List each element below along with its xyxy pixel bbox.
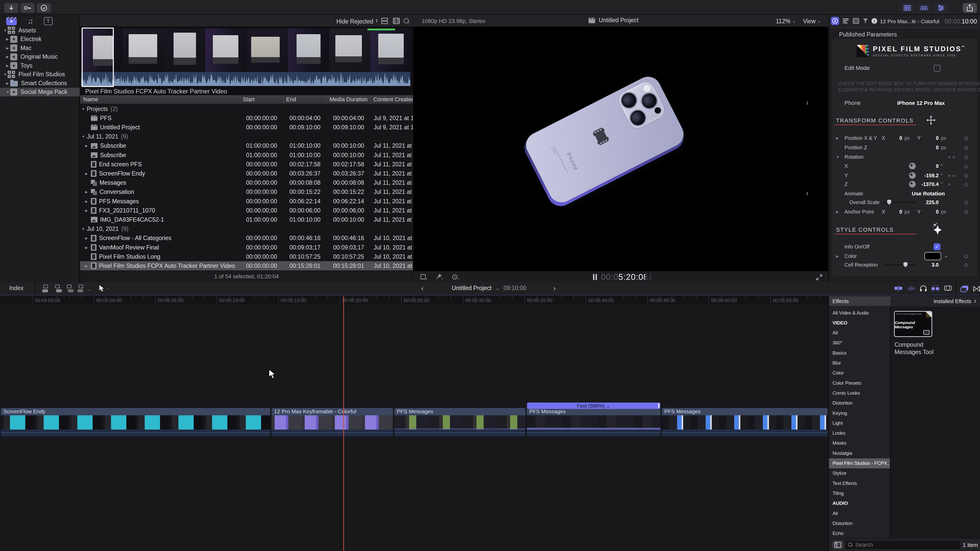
position-x-value[interactable]: 0: [887, 135, 902, 141]
disclosure-right[interactable]: ▶: [85, 144, 90, 148]
table-row[interactable]: End screen PFS00:00:00:0000:02:17:5800:0…: [80, 160, 413, 169]
col-name[interactable]: Name: [80, 96, 240, 103]
effects-category-all[interactable]: All: [829, 508, 890, 518]
effects-category-color[interactable]: Color: [829, 368, 890, 378]
rotation-x-dial[interactable]: [909, 163, 916, 169]
cell-reception-value[interactable]: 3.0: [916, 262, 939, 268]
effects-category-all-video-audio[interactable]: All Video & Audio: [829, 308, 890, 318]
append-edit-icon[interactable]: [66, 284, 75, 293]
edit-chevron[interactable]: [88, 288, 91, 292]
pause-icon[interactable]: [593, 274, 597, 280]
sidebar-item-toys[interactable]: ▶★Toys: [0, 61, 80, 70]
table-row[interactable]: ▶Subscribe01:00:00:0001:00:10:0000:00:10…: [80, 141, 413, 151]
connect-edit-icon[interactable]: [42, 284, 52, 293]
col-start[interactable]: Start: [240, 95, 283, 104]
filmstrip-view-icon[interactable]: [393, 18, 400, 25]
download-button[interactable]: [4, 3, 18, 13]
disclosure-down[interactable]: ▼: [6, 90, 10, 94]
effects-category-masks[interactable]: Masks: [829, 438, 890, 448]
effects-category-light[interactable]: Light: [829, 418, 890, 428]
timeline-clip[interactable]: ScreenFlow Endy: [0, 408, 270, 437]
timeline-panel-button[interactable]: [917, 3, 931, 13]
rotation-x-value[interactable]: 0: [916, 163, 939, 169]
solo-filmstrip-icon[interactable]: [944, 285, 951, 293]
inspector-panel-button[interactable]: [934, 3, 948, 13]
col-created[interactable]: Content Created: [371, 95, 413, 104]
keyframe-diamond[interactable]: ◇: [964, 163, 968, 169]
share-button[interactable]: [963, 3, 977, 13]
key-button[interactable]: [21, 3, 35, 13]
table-row[interactable]: ▶ScreenFlow Endy00:00:00:0000:03:26:3700…: [80, 169, 413, 178]
disclosure-right[interactable]: ▶: [6, 46, 10, 50]
prev-project[interactable]: ‹: [421, 284, 423, 292]
color-swatch[interactable]: [924, 252, 941, 260]
effects-category-basics[interactable]: Basics: [829, 348, 890, 358]
disclosure-down[interactable]: ▼: [82, 135, 87, 138]
effects-category-nostalgia[interactable]: Nostalgia: [829, 448, 890, 458]
fullscreen-icon[interactable]: [816, 274, 823, 282]
table-row[interactable]: IMG_DA93FE4CAC52-101:00:00:0001:00:10:00…: [80, 215, 413, 224]
effects-category-comic-looks[interactable]: Comic Looks: [829, 388, 890, 398]
installed-effects-dropdown[interactable]: Installed Effects: [934, 298, 977, 304]
table-row[interactable]: ▶ScreenFlow - All Categories00:00:00:000…: [80, 233, 413, 243]
disclosure-down[interactable]: ▼: [3, 29, 8, 32]
keyframe-diamond[interactable]: ◇: [964, 253, 968, 259]
disclosure-right[interactable]: ▶: [85, 209, 90, 213]
effects-category-all[interactable]: All: [829, 328, 890, 338]
effects-category-distortion[interactable]: Distortion: [829, 398, 890, 408]
audio-meters-icon[interactable]: [907, 285, 915, 293]
keyframe-nav[interactable]: «: [948, 181, 951, 187]
rotation-z-dial[interactable]: [909, 181, 916, 187]
table-row[interactable]: PFS00:00:00:0000:00:04:0000:00:04:00Jul …: [80, 114, 413, 123]
rotation-z-value[interactable]: -1370.4: [916, 181, 939, 187]
info-onoff-checkbox[interactable]: ✓: [934, 243, 940, 250]
sidebar-toggle-button[interactable]: [832, 540, 843, 549]
playhead[interactable]: [343, 296, 344, 551]
table-row[interactable]: ▶VamMoof Review Final00:00:00;0000:09:03…: [80, 243, 413, 252]
browser-panel-button[interactable]: [900, 3, 915, 13]
effects-category-text-effects[interactable]: Text Effects: [829, 478, 890, 488]
speed-bar[interactable]: Fast (588%) ⌄: [527, 403, 660, 409]
keyframe-diamond[interactable]: ◇: [964, 172, 968, 179]
skimming-icon[interactable]: [931, 285, 940, 293]
table-row[interactable]: Subscribe01:00:00:0001:00:10:0000:00:10:…: [80, 151, 413, 160]
effects-tool[interactable]: [435, 274, 443, 281]
disclosure-right[interactable]: ▶: [85, 264, 90, 268]
table-row[interactable]: ▶FX3_20210711_107000:00:00;0000:00:06;00…: [80, 206, 413, 215]
sidebar-item-electrek[interactable]: ▶★Electrek: [0, 35, 80, 44]
disclosure-down[interactable]: ▼: [82, 227, 87, 231]
sidebar-item-pixel-film-studios[interactable]: ▼★★★★Pixel Film Studios: [0, 70, 80, 79]
disclosure-right[interactable]: ▶: [85, 236, 90, 240]
table-row[interactable]: ▶Pixel Film Studios FCPX Auto Tracker Pa…: [80, 261, 413, 270]
effects-category-echo[interactable]: Echo: [829, 529, 890, 538]
effect-thumbnail[interactable]: FCPX Social Mega Pack Compound Messages: [894, 311, 932, 337]
effects-category-stylize[interactable]: Stylize: [829, 468, 890, 478]
disclosure-right[interactable]: ▶: [85, 246, 90, 249]
select-tool[interactable]: [99, 285, 110, 293]
disclosure-right[interactable]: ▶: [85, 200, 90, 203]
timeline-clip[interactable]: PFS Messages: [662, 408, 828, 437]
text-inspector-icon[interactable]: [843, 18, 849, 25]
overall-scale-slider[interactable]: [883, 202, 916, 203]
table-row[interactable]: ▶Conversation00:00:00:0000:00:15:2200:00…: [80, 187, 413, 197]
effects-category-video[interactable]: VIDEO: [829, 318, 890, 328]
effects-category-blur[interactable]: Blur: [829, 358, 890, 368]
group-row[interactable]: ▼Jul 11, 2021(9): [80, 132, 413, 141]
music-tab-icon[interactable]: ♫: [24, 17, 36, 25]
group-row[interactable]: ▼Jul 10, 2021(9): [80, 224, 413, 233]
disclosure-right[interactable]: ▶: [85, 171, 90, 176]
keyframe-nav[interactable]: «»: [948, 173, 956, 178]
disclosure-right[interactable]: ▶: [6, 37, 10, 41]
index-button[interactable]: Index: [9, 285, 24, 292]
keyframe-diamond[interactable]: ◇: [964, 181, 968, 187]
keyframe-diamond[interactable]: ◇: [964, 262, 968, 268]
retime-tool[interactable]: [452, 274, 460, 281]
table-row[interactable]: Untitled Project00:00:00:0000:09:10:0000…: [80, 123, 413, 132]
next-project[interactable]: ›: [553, 284, 555, 292]
col-duration[interactable]: Media Duration: [327, 95, 371, 104]
table-row[interactable]: Messages00:00:00:0000:00:08:0800:00:08:0…: [80, 178, 413, 187]
color-chevron[interactable]: [945, 255, 947, 257]
video-inspector-icon[interactable]: [853, 18, 859, 25]
keyframe-diamond[interactable]: ◇: [964, 209, 968, 215]
keyframe-diamond[interactable]: ◇: [964, 144, 968, 151]
